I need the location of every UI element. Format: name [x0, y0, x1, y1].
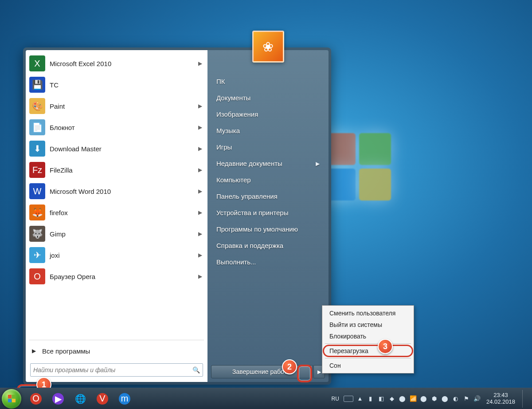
- chevron-right-icon: ▶: [198, 273, 202, 279]
- program-label: Блокнот: [50, 124, 75, 131]
- start-right-link[interactable]: Выполнить...: [211, 254, 325, 270]
- tray-app-icon[interactable]: ⬤: [399, 395, 407, 403]
- link-label: Игры: [216, 143, 232, 151]
- program-icon: 🦊: [29, 204, 45, 220]
- volume-icon[interactable]: 🔊: [473, 395, 481, 403]
- start-right-link[interactable]: Компьютер: [211, 172, 325, 188]
- taskbar-pin-media[interactable]: ▶: [48, 390, 68, 407]
- program-item[interactable]: XMicrosoft Excel 2010▶: [26, 53, 207, 74]
- submenu-item[interactable]: Блокировать: [323, 330, 413, 342]
- taskbar: O▶🌐Vm RU ▲ ▮ ◧ ◆ ⬤ 📶 ⬤ ⬢ ⬤ ◐ ⚑ 🔊 23:43 2…: [0, 388, 532, 409]
- annotation-badge-2: 2: [282, 359, 297, 374]
- link-label: Компьютер: [216, 176, 251, 184]
- program-item[interactable]: ⬇Download Master▶: [26, 138, 207, 159]
- program-icon: 💾: [29, 77, 45, 93]
- right-links: ПКДокументыИзображенияМузыкаИгрыНедавние…: [207, 71, 329, 273]
- start-menu-right-column: ❀ ПКДокументыИзображенияМузыкаИгрыНедавн…: [207, 50, 329, 382]
- program-item[interactable]: 🐺Gimp▶: [26, 223, 207, 244]
- submenu-item[interactable]: Сменить пользователя: [323, 307, 413, 319]
- program-item[interactable]: ✈joxi▶: [26, 244, 207, 266]
- all-programs-label: Все программы: [42, 347, 90, 355]
- search-input[interactable]: [33, 366, 192, 374]
- tray-app-icon[interactable]: ◧: [377, 395, 385, 403]
- link-label: Изображения: [216, 110, 258, 118]
- start-menu-left-column: XMicrosoft Excel 2010▶💾TC🎨Paint▶📄Блокнот…: [26, 50, 207, 382]
- system-tray: RU ▲ ▮ ◧ ◆ ⬤ 📶 ⬤ ⬢ ⬤ ◐ ⚑ 🔊 23:43 24.02.2…: [330, 390, 529, 408]
- submenu-item[interactable]: Выйти из системы: [323, 319, 413, 330]
- program-item[interactable]: OБраузер Opera▶: [26, 266, 207, 287]
- start-right-link[interactable]: Документы: [211, 90, 325, 106]
- show-desktop-button[interactable]: [522, 390, 528, 408]
- clock-time: 23:43: [486, 392, 515, 399]
- tray-app-icon[interactable]: ⬢: [430, 395, 438, 403]
- taskbar-pin-maxthon[interactable]: m: [114, 390, 135, 407]
- start-right-link[interactable]: Устройства и принтеры: [211, 204, 325, 221]
- start-right-link[interactable]: Программы по умолчанию: [211, 221, 325, 237]
- chevron-right-icon: ▶: [198, 103, 202, 109]
- tray-up-arrow-icon[interactable]: ▲: [356, 395, 364, 403]
- start-right-link[interactable]: Изображения: [211, 106, 325, 122]
- program-label: Gimp: [50, 230, 66, 238]
- program-item[interactable]: 🦊firefox▶: [26, 202, 207, 223]
- shutdown-submenu: Сменить пользователяВыйти из системыБлок…: [322, 305, 414, 374]
- search-icon: 🔍: [192, 366, 200, 374]
- program-item[interactable]: 💾TC: [26, 74, 207, 95]
- chevron-right-icon: ▶: [198, 167, 202, 173]
- windows-flag-icon: [8, 395, 16, 402]
- tray-app-icon[interactable]: ◐: [452, 395, 460, 403]
- taskbar-pinned-apps: O▶🌐Vm: [25, 390, 136, 407]
- start-button[interactable]: [2, 389, 21, 409]
- annotation-badge-3: 3: [378, 339, 393, 354]
- program-item[interactable]: WMicrosoft Word 2010▶: [26, 181, 207, 202]
- tray-app-icon[interactable]: ⬤: [420, 395, 428, 403]
- chevron-right-icon: ▶: [198, 146, 202, 152]
- user-picture[interactable]: ❀: [252, 31, 284, 63]
- start-right-link[interactable]: Музыка: [211, 122, 325, 139]
- language-indicator[interactable]: RU: [332, 396, 339, 402]
- link-label: Программы по умолчанию: [216, 225, 298, 233]
- program-label: FileZilla: [50, 166, 73, 174]
- program-label: Microsoft Word 2010: [50, 188, 111, 195]
- start-right-link[interactable]: Справка и поддержка: [211, 237, 325, 254]
- chrome-icon: 🌐: [75, 393, 86, 404]
- start-right-link[interactable]: ПК: [211, 73, 325, 90]
- shutdown-button[interactable]: Завершение работы: [211, 365, 313, 378]
- program-item[interactable]: FzFileZilla▶: [26, 159, 207, 181]
- start-right-link[interactable]: Недавние документы▶: [211, 155, 325, 172]
- clock-date: 24.02.2018: [486, 399, 515, 405]
- program-item[interactable]: 📄Блокнот▶: [26, 117, 207, 138]
- program-icon: 🎨: [29, 98, 45, 114]
- chevron-right-icon: ▶: [198, 124, 202, 130]
- program-list: XMicrosoft Excel 2010▶💾TC🎨Paint▶📄Блокнот…: [26, 53, 207, 338]
- tray-app-icon[interactable]: ▮: [367, 395, 375, 403]
- link-label: Справка и поддержка: [216, 242, 283, 249]
- all-programs-button[interactable]: ▶ Все программы: [26, 342, 207, 360]
- program-icon: 🐺: [29, 226, 45, 242]
- search-box[interactable]: 🔍: [30, 363, 203, 377]
- keyboard-icon[interactable]: [344, 396, 353, 402]
- taskbar-pin-chrome[interactable]: 🌐: [70, 390, 90, 407]
- link-label: Музыка: [216, 127, 240, 134]
- start-right-link[interactable]: Игры: [211, 139, 325, 155]
- chevron-right-icon: ▶: [198, 60, 202, 67]
- tray-app-icon[interactable]: ◆: [388, 395, 396, 403]
- taskbar-pin-vivaldi[interactable]: V: [92, 390, 113, 407]
- tray-app-icon[interactable]: ⬤: [441, 395, 449, 403]
- chevron-right-icon: ▶: [198, 231, 202, 237]
- submenu-item[interactable]: Сон: [323, 360, 413, 371]
- action-center-icon[interactable]: ⚑: [462, 395, 470, 403]
- start-right-link[interactable]: Панель управления: [211, 188, 325, 204]
- network-icon[interactable]: 📶: [409, 395, 417, 403]
- program-label: joxi: [50, 252, 60, 259]
- program-label: firefox: [50, 209, 68, 216]
- chevron-right-icon: ▶: [316, 161, 320, 167]
- program-item[interactable]: 🎨Paint▶: [26, 95, 207, 117]
- submenu-item[interactable]: Перезагрузка: [323, 345, 413, 357]
- opera-icon: O: [30, 393, 42, 405]
- vivaldi-icon: V: [97, 393, 108, 405]
- taskbar-clock[interactable]: 23:43 24.02.2018: [486, 392, 515, 405]
- program-label: Paint: [50, 102, 65, 110]
- link-label: Устройства и принтеры: [216, 209, 288, 216]
- windows-logo-wallpaper: [324, 133, 395, 204]
- taskbar-pin-opera[interactable]: O: [26, 390, 46, 407]
